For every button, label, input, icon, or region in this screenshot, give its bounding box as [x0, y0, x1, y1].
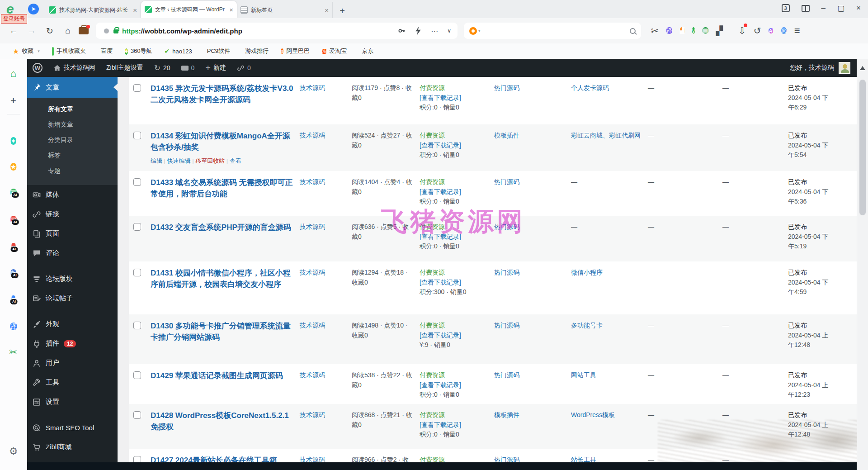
sidebar-subitem-新增文章[interactable]: 新增文章 — [27, 117, 118, 133]
scrollbar-up-icon[interactable] — [860, 63, 865, 70]
maximize-button[interactable]: ▢ — [837, 4, 844, 13]
back-icon[interactable]: ← — [5, 26, 23, 36]
category-link[interactable]: 热门源码 — [494, 268, 519, 278]
tags-link[interactable]: 站长工具 — [571, 455, 596, 462]
bookmark-item[interactable]: 京东 — [359, 47, 373, 55]
author-link[interactable]: 技术源码 — [300, 370, 325, 380]
links-menu[interactable]: 0 — [231, 59, 256, 77]
translate-icon[interactable]: 译 — [666, 25, 672, 36]
bookmark-item[interactable]: 百度 — [98, 47, 113, 55]
post-title-link[interactable]: D1432 交友盲盒系统PHP开源的盲盒源码 — [151, 222, 294, 233]
search-icon[interactable] — [630, 28, 636, 34]
category-link[interactable]: 热门源码 — [494, 222, 519, 232]
site-info-icon[interactable] — [104, 28, 109, 33]
tab-close-icon[interactable]: × — [325, 6, 329, 14]
home-icon[interactable]: ⌂ — [59, 26, 77, 36]
minimize-button[interactable]: – — [821, 4, 826, 13]
flash-icon[interactable] — [415, 27, 422, 35]
search-engine-icon[interactable] — [469, 27, 477, 35]
download-records-link[interactable]: [查看下载记录] — [420, 380, 461, 390]
tab-close-icon[interactable]: × — [229, 6, 233, 14]
sidebar-item-链接[interactable]: 链接 — [27, 204, 118, 224]
bookmark-item[interactable]: 手机收藏夹 — [52, 47, 86, 55]
refresh-icon[interactable]: ↻ — [41, 26, 59, 36]
translate-bubble-icon[interactable]: 译 — [10, 319, 17, 334]
ai-note-icon[interactable]: ✎AI — [10, 266, 16, 280]
home-icon[interactable]: ⌂ — [10, 68, 16, 80]
post-title-link[interactable]: D1430 多功能号卡推广分销管理系统流量卡推广分销网站源码 — [151, 321, 294, 343]
games-icon[interactable]: ▟ — [680, 25, 684, 36]
undo-icon[interactable]: ↺ — [754, 25, 761, 36]
browser-tab[interactable]: 新标签页 × — [237, 2, 333, 18]
sidebar-item-媒体[interactable]: 媒体 — [27, 185, 118, 204]
row-checkbox[interactable] — [133, 178, 141, 186]
download-records-link[interactable]: [查看下载记录] — [420, 141, 461, 151]
tab-close-icon[interactable]: × — [133, 6, 137, 14]
sidebar-item-插件[interactable]: 插件12 — [27, 334, 118, 353]
download-records-link[interactable]: [查看下载记录] — [420, 420, 461, 430]
category-link[interactable]: 热门源码 — [494, 455, 519, 462]
browser-tab[interactable]: 技术源码网-大鹏资源网-站长 × — [45, 2, 141, 18]
row-checkbox[interactable] — [133, 411, 141, 419]
new-content-menu[interactable]: +新建 — [200, 59, 231, 77]
post-title-link[interactable]: D1427 2024最新站长必备在线工具箱 — [151, 455, 294, 462]
category-link[interactable]: 热门源码 — [494, 370, 519, 380]
row-action-link[interactable]: 移至回收站 — [195, 157, 225, 164]
row-checkbox[interactable] — [133, 269, 141, 276]
author-link[interactable]: 技术源码 — [300, 177, 325, 187]
reader-book-icon[interactable]: ▤ — [703, 25, 708, 36]
tags-link[interactable]: 个人发卡源码 — [571, 83, 609, 93]
favorites-star-icon[interactable]: ★ — [10, 160, 16, 174]
author-link[interactable]: 技术源码 — [300, 131, 325, 141]
row-checkbox[interactable] — [133, 322, 141, 329]
tags-link[interactable]: WordPress模板 — [571, 410, 615, 420]
forward-icon[interactable]: → — [23, 26, 41, 36]
more-icon[interactable]: ⋯ — [431, 27, 438, 35]
sidebar-item-评论[interactable]: 评论 — [27, 243, 118, 263]
site-name-menu[interactable]: 技术源码网 — [48, 59, 101, 77]
password-key-icon[interactable] — [397, 27, 406, 35]
download-records-link[interactable]: [查看下载记录] — [420, 93, 461, 103]
sidebar-item-Smart SEO Tool[interactable]: Smart SEO Tool — [27, 418, 118, 437]
sidebar-item-论坛版块[interactable]: 论坛版块 — [27, 269, 118, 289]
bookmark-item[interactable]: ✔hao123 — [165, 47, 192, 55]
workspace-icon[interactable] — [79, 27, 89, 34]
quick-share-icon[interactable]: ➤ — [28, 4, 39, 14]
ai-pdf-icon[interactable]: ▤AI — [10, 213, 16, 227]
sidebar-item-外观[interactable]: 外观 — [27, 314, 118, 334]
ai-assistant-icon[interactable]: AI — [769, 25, 774, 36]
sync-logo-icon[interactable]: ◎ — [781, 25, 786, 36]
author-link[interactable]: 技术源码 — [300, 455, 325, 462]
post-title-link[interactable]: D1428 WordPress模板CoreNext1.5.2.1免授权 — [151, 410, 294, 432]
row-checkbox[interactable] — [133, 371, 141, 379]
extensions-puzzle-icon[interactable]: ▞ — [716, 25, 723, 36]
download-icon[interactable]: ⇩ — [738, 25, 746, 36]
category-link[interactable]: 模板插件 — [494, 131, 519, 141]
scissors-icon[interactable]: ✂ — [9, 347, 17, 358]
comments-menu[interactable]: 0 — [176, 59, 200, 77]
wp-logo-menu[interactable]: W — [27, 59, 48, 77]
sidebar-subitem-所有文章[interactable]: 所有文章 — [27, 102, 118, 117]
browser-tab[interactable]: 文章 ‹ 技术源码网 — WordPr × — [141, 1, 237, 18]
bookmark-item[interactable]: +360导航 — [125, 47, 152, 55]
theme-settings-menu[interactable]: Zibll主题设置 — [101, 59, 149, 77]
address-bar[interactable]: https://wobbt.com/wp-admin/edit.php ⋯ ∨ — [96, 23, 458, 39]
engine-caret-icon[interactable]: ▾ — [478, 28, 481, 33]
scissors-icon[interactable]: ✂ — [651, 25, 659, 36]
row-action-link[interactable]: 快速编辑 — [167, 157, 191, 164]
ai-search-icon[interactable]: ✦ — [10, 134, 16, 148]
sidebar-item-页面[interactable]: 页面 — [27, 224, 118, 243]
account-menu[interactable]: 您好，技术源码 — [790, 62, 857, 74]
category-link[interactable]: 模板插件 — [494, 410, 519, 420]
search-box[interactable]: ▾ — [464, 23, 641, 39]
sidebar-subitem-专题[interactable]: 专题 — [27, 163, 118, 179]
new-tab-button[interactable]: + — [335, 5, 349, 18]
gift-icon[interactable] — [802, 5, 810, 12]
post-title-link[interactable]: D1431 校园小情书微信小程序，社区小程序前后端开源，校园表白墙交友小程序 — [151, 268, 294, 290]
download-records-link[interactable]: [查看下载记录] — [420, 232, 461, 242]
bookmark-item[interactable]: 淘爱淘宝 — [322, 47, 347, 55]
author-link[interactable]: 技术源码 — [300, 410, 325, 420]
sidebar-item-工具[interactable]: 工具 — [27, 373, 118, 392]
ai-summary-icon[interactable]: ≡AI — [11, 292, 15, 307]
row-action-link[interactable]: 查看 — [230, 157, 241, 164]
